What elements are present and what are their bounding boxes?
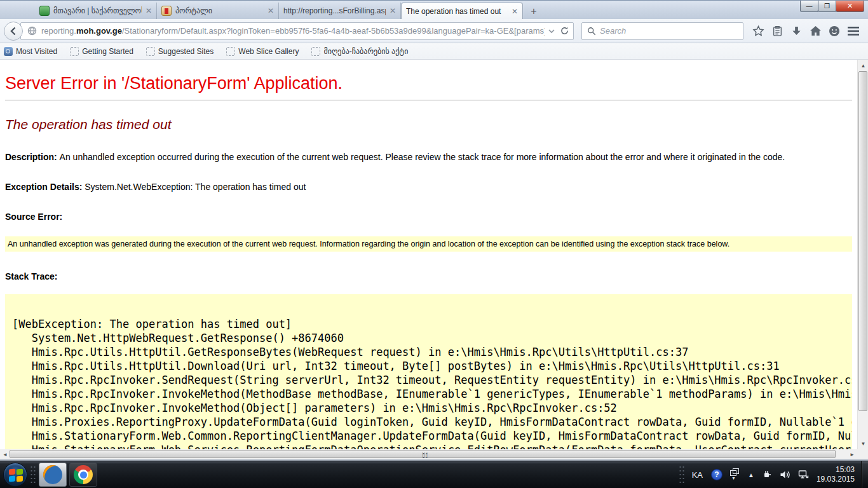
taskbar-clock[interactable]: 15:03 19.03.2015: [817, 465, 855, 484]
exception-paragraph: Exception Details: System.Net.WebExcepti…: [5, 182, 857, 192]
stack-trace-text: [WebException: The operation has timed o…: [5, 294, 852, 449]
downloads-icon[interactable]: [787, 22, 806, 41]
restore-button[interactable]: ❐: [818, 1, 836, 12]
globe-icon: [27, 26, 37, 36]
language-indicator[interactable]: KA: [692, 470, 703, 480]
source-error-label: Source Error:: [5, 212, 857, 222]
start-button[interactable]: [3, 463, 27, 487]
stack-trace-box: [WebException: The operation has timed o…: [5, 294, 852, 449]
url-dropdown-icon[interactable]: [548, 29, 555, 34]
home-icon[interactable]: [806, 22, 825, 41]
window-controls: — ❐ ✕: [801, 1, 864, 12]
vertical-scroll-thumb[interactable]: [858, 71, 867, 411]
page-title: Server Error in '/StationaryForm' Applic…: [5, 74, 857, 93]
url-domain: moh.gov.ge: [76, 26, 122, 36]
tab-close-icon[interactable]: ✕: [146, 6, 152, 15]
dotted-placeholder-icon: [70, 47, 79, 56]
taskbar-firefox-button[interactable]: [39, 463, 67, 487]
tray-grip[interactable]: [679, 465, 685, 484]
firefox-icon: [43, 465, 62, 484]
close-button[interactable]: ✕: [836, 1, 864, 12]
description-text: An unhandled exception occurred during t…: [60, 152, 785, 162]
bookmark-most-visited[interactable]: Most Visited: [4, 47, 57, 56]
aspnet-error-page: Server Error in '/StationaryForm' Applic…: [0, 60, 857, 449]
dotted-placeholder-icon: [226, 47, 235, 56]
stack-trace-label: Stack Trace:: [5, 271, 857, 281]
source-error-text: An unhandled exception was generated dur…: [8, 240, 729, 248]
clock-date: 19.03.2015: [817, 475, 855, 484]
navigation-toolbar: reporting.moh.gov.ge/Stationaryform/Defa…: [0, 19, 868, 43]
taskbar-chrome-button[interactable]: [69, 463, 97, 487]
source-error-box: An unhandled exception was generated dur…: [5, 236, 852, 252]
exception-text: System.Net.WebException: The operation h…: [85, 182, 306, 192]
tab-label: http://reporting...sForBilling.aspx: [283, 6, 386, 15]
search-placeholder: Search: [600, 26, 626, 36]
menu-hamburger-icon[interactable]: [844, 22, 863, 41]
hello-chat-icon[interactable]: [825, 22, 844, 41]
back-arrow-icon: [8, 26, 18, 36]
bookmark-georgian-act[interactable]: მიღება-ჩაბარების აქტი: [311, 47, 408, 56]
system-tray: KA ? ▼ ▲ 15:03 19.03.2015: [676, 461, 868, 488]
chrome-icon: [74, 465, 93, 484]
new-tab-button[interactable]: +: [526, 5, 542, 19]
georgia-coat-of-arms-favicon: [161, 6, 172, 16]
tab-label: პორტალი: [175, 6, 264, 15]
bookmark-star-icon[interactable]: [749, 22, 768, 41]
browser-window: მთავარი | საქართველოს... ✕ პორტალი ✕ htt…: [0, 0, 868, 488]
bookmark-getting-started[interactable]: Getting Started: [70, 47, 133, 56]
language-help-icon[interactable]: ?: [711, 469, 722, 480]
search-box[interactable]: Search: [581, 22, 743, 40]
volume-icon[interactable]: [780, 470, 790, 480]
tab-label: მთავარი | საქართველოს...: [53, 6, 142, 15]
language-bar-options-icon[interactable]: ▼: [730, 470, 740, 479]
tab-home[interactable]: მთავარი | საქართველოს... ✕: [35, 3, 157, 19]
network-icon[interactable]: [798, 470, 809, 480]
reload-icon[interactable]: [560, 26, 569, 36]
most-visited-icon: [4, 47, 13, 56]
vertical-scrollbar[interactable]: ▲ ▼: [857, 60, 868, 449]
url-bar[interactable]: reporting.moh.gov.ge/Stationaryform/Defa…: [20, 22, 574, 40]
bookmark-label: Most Visited: [16, 47, 57, 56]
bookmark-label: Getting Started: [82, 47, 133, 56]
show-hidden-icons-button[interactable]: ▲: [748, 471, 754, 478]
tab-close-icon[interactable]: ✕: [390, 6, 396, 15]
bookmark-web-slice-gallery[interactable]: Web Slice Gallery: [226, 47, 299, 56]
tab-close-icon[interactable]: ✕: [512, 7, 518, 16]
scroll-right-arrow[interactable]: ►: [848, 449, 856, 459]
description-paragraph: Description: An unhandled exception occu…: [5, 152, 857, 162]
url-path: /Stationaryform/Default.aspx?loginToken=…: [122, 26, 545, 36]
horizontal-scroll-thumb[interactable]: |||: [10, 450, 836, 458]
scroll-down-arrow[interactable]: ▼: [858, 440, 868, 447]
dotted-placeholder-icon: [146, 47, 155, 56]
bookmarks-toolbar: Most Visited Getting Started Suggested S…: [0, 43, 868, 60]
tab-error-active[interactable]: The operation has timed out ✕: [401, 3, 523, 19]
url-text: reporting.moh.gov.ge/Stationaryform/Defa…: [41, 26, 545, 36]
windows-flag-icon: [9, 468, 15, 475]
scrollbar-corner: [857, 449, 868, 459]
windows-taskbar: KA ? ▼ ▲ 15:03 19.03.2015: [0, 461, 868, 488]
bookmark-suggested-sites[interactable]: Suggested Sites: [146, 47, 214, 56]
divider: [5, 100, 852, 100]
toolbar-icons: [749, 22, 863, 41]
scroll-up-arrow[interactable]: ▲: [858, 62, 868, 69]
minimize-button[interactable]: —: [800, 1, 818, 12]
back-button[interactable]: [4, 22, 23, 41]
description-label: Description:: [5, 152, 60, 162]
horizontal-scrollbar[interactable]: ◄ ||| ►: [0, 449, 857, 459]
bookmark-label: Web Slice Gallery: [238, 47, 299, 56]
error-subtitle: The operation has timed out: [5, 117, 857, 132]
tab-portal[interactable]: პორტალი ✕: [157, 3, 279, 19]
show-desktop-button[interactable]: [861, 461, 868, 488]
url-controls: [545, 26, 573, 36]
power-plug-icon[interactable]: [762, 470, 772, 480]
url-subdomain: reporting.: [41, 26, 76, 36]
title-bar: მთავარი | საქართველოს... ✕ პორტალი ✕ htt…: [0, 0, 868, 19]
tab-reporting[interactable]: http://reporting...sForBilling.aspx ✕: [279, 3, 401, 19]
search-icon: [587, 27, 596, 36]
bookmarks-menu-icon[interactable]: [768, 22, 787, 41]
tab-close-icon[interactable]: ✕: [268, 6, 274, 15]
taskbar-grip[interactable]: [30, 465, 36, 484]
scroll-left-arrow[interactable]: ◄: [1, 449, 9, 459]
bookmark-label: Suggested Sites: [158, 47, 214, 56]
dotted-placeholder-icon: [311, 47, 320, 56]
